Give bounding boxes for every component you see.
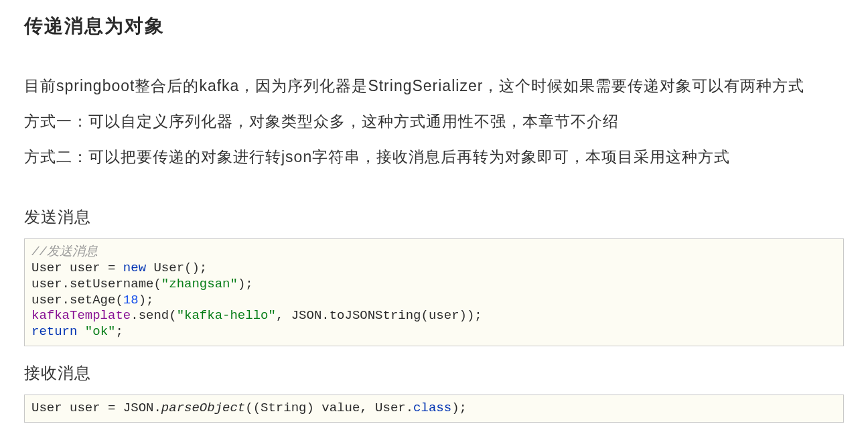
paragraph-method1: 方式一：可以自定义序列化器，对象类型众多，这种方式通用性不强，本章节不介绍	[24, 109, 844, 134]
code-string: "ok"	[85, 324, 116, 339]
code-string: "kafka-hello"	[177, 308, 276, 323]
code-keyword-class: class	[413, 401, 451, 415]
code-text: ;	[115, 324, 123, 339]
code-text: .send(	[131, 308, 176, 323]
document-container: 传递消息为对象 目前springboot整合后的kafka，因为序列化器是Str…	[0, 0, 868, 428]
code-number: 18	[123, 293, 139, 307]
code-space	[77, 324, 84, 339]
code-text: user.setUsername(	[31, 277, 161, 291]
code-text: User();	[146, 261, 207, 275]
code-text: );	[451, 401, 467, 415]
code-text: );	[139, 293, 154, 307]
code-keyword-return: return	[31, 324, 77, 339]
code-text: );	[238, 277, 253, 291]
paragraph-intro: 目前springboot整合后的kafka，因为序列化器是StringSeria…	[24, 74, 844, 98]
code-text: User user =	[31, 261, 123, 275]
code-keyword-new: new	[123, 261, 146, 275]
send-message-heading: 发送消息	[24, 206, 844, 228]
code-method-italic: parseObject	[161, 401, 245, 415]
receive-code-block: User user = JSON.parseObject((String) va…	[24, 395, 844, 423]
code-text: ((String) value, User.	[245, 401, 413, 415]
code-comment: //发送消息	[31, 244, 98, 259]
code-text: user.setAge(	[31, 293, 123, 307]
code-variable: kafkaTemplate	[31, 308, 131, 323]
code-string: "zhangsan"	[161, 277, 238, 291]
main-heading: 传递消息为对象	[24, 13, 844, 39]
paragraph-method2: 方式二：可以把要传递的对象进行转json字符串，接收消息后再转为对象即可，本项目…	[24, 145, 844, 169]
send-code-block: //发送消息 User user = new User(); user.setU…	[24, 238, 844, 346]
receive-message-heading: 接收消息	[24, 362, 844, 384]
code-text: , JSON.toJSONString(user));	[276, 308, 482, 323]
code-text: User user = JSON.	[31, 401, 161, 415]
code-block-wrapper: //发送消息 User user = new User(); user.setU…	[24, 238, 844, 346]
